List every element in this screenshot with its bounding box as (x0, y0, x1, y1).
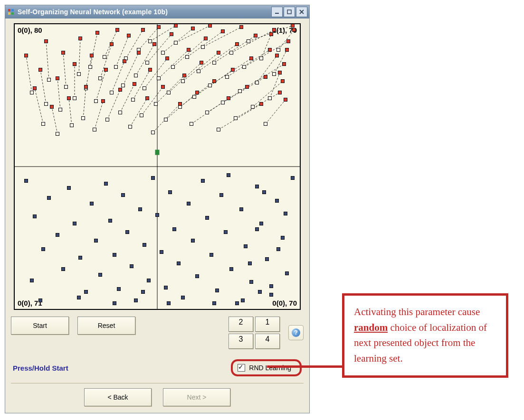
reset-button[interactable]: Reset (77, 317, 135, 335)
svg-rect-175 (221, 30, 225, 33)
svg-rect-82 (89, 65, 92, 69)
callout-box: Activating this parameter cause random c… (342, 293, 508, 378)
svg-rect-224 (160, 251, 163, 254)
svg-rect-214 (117, 288, 121, 291)
svg-rect-108 (174, 41, 178, 45)
svg-rect-125 (243, 65, 246, 69)
svg-rect-171 (204, 37, 208, 40)
svg-rect-158 (149, 68, 152, 72)
svg-rect-148 (105, 68, 108, 72)
svg-rect-245 (260, 222, 263, 225)
svg-rect-4 (275, 13, 279, 14)
svg-rect-90 (119, 111, 122, 114)
titlebar[interactable]: Self-Organizing Neural Network (example … (5, 5, 309, 19)
svg-rect-257 (248, 262, 252, 265)
svg-line-65 (261, 34, 271, 58)
svg-rect-71 (42, 122, 45, 126)
close-button[interactable] (296, 7, 307, 17)
svg-rect-103 (157, 77, 161, 80)
svg-rect-190 (291, 24, 295, 28)
svg-rect-149 (110, 43, 114, 46)
svg-rect-185 (268, 48, 272, 52)
quadrant-btn-3[interactable]: 3 (229, 334, 253, 349)
svg-rect-203 (62, 268, 65, 271)
svg-rect-121 (226, 75, 229, 79)
back-button[interactable]: < Back (84, 388, 152, 406)
svg-rect-84 (95, 100, 98, 103)
svg-rect-205 (73, 222, 76, 225)
svg-rect-263 (213, 302, 216, 305)
svg-rect-268 (155, 150, 159, 155)
svg-rect-141 (67, 97, 71, 100)
svg-rect-166 (183, 74, 186, 77)
window-title: Self-Organizing Neural Network (example … (18, 8, 271, 16)
svg-rect-229 (181, 296, 185, 299)
minimize-button[interactable] (271, 7, 283, 17)
svg-rect-179 (240, 26, 243, 29)
quadrant-btn-1[interactable]: 1 (255, 317, 280, 332)
svg-rect-144 (85, 85, 88, 89)
quadrant-btn-4[interactable]: 4 (255, 334, 280, 349)
svg-rect-142 (73, 63, 76, 66)
svg-rect-70 (30, 91, 34, 94)
svg-rect-73 (48, 78, 51, 82)
svg-rect-226 (169, 191, 172, 194)
svg-rect-212 (109, 219, 112, 223)
svg-line-8 (40, 70, 46, 104)
quadrant-btn-2[interactable]: 2 (229, 317, 253, 332)
callout-text-emph: random (354, 322, 388, 333)
svg-rect-126 (247, 40, 250, 43)
svg-rect-131 (268, 97, 272, 100)
svg-rect-95 (134, 74, 138, 77)
svg-line-7 (35, 88, 43, 124)
svg-rect-202 (56, 233, 59, 237)
svg-rect-246 (266, 258, 269, 261)
svg-rect-72 (45, 103, 48, 106)
svg-rect-161 (162, 85, 165, 89)
svg-rect-241 (240, 208, 243, 211)
svg-line-53 (210, 58, 251, 85)
svg-rect-154 (133, 83, 136, 86)
svg-rect-75 (59, 108, 62, 112)
svg-rect-256 (256, 228, 259, 231)
svg-line-20 (96, 70, 106, 101)
help-button[interactable]: ? (288, 325, 304, 340)
svg-rect-250 (286, 272, 289, 275)
svg-rect-1 (11, 9, 14, 11)
start-button[interactable]: Start (11, 317, 69, 335)
svg-rect-230 (187, 202, 191, 205)
svg-rect-113 (193, 95, 196, 99)
svg-rect-186 (273, 28, 276, 32)
svg-rect-204 (67, 187, 71, 190)
svg-rect-194 (284, 98, 287, 102)
svg-rect-237 (220, 194, 223, 197)
svg-rect-76 (65, 85, 68, 89)
rnd-learning-box: RND Learning (231, 359, 302, 376)
svg-rect-80 (82, 117, 85, 120)
svg-rect-182 (254, 34, 257, 37)
rnd-learning-checkbox[interactable] (238, 364, 245, 372)
svg-line-24 (112, 61, 124, 93)
svg-rect-231 (191, 239, 195, 243)
svg-rect-254 (270, 285, 273, 288)
svg-rect-146 (96, 31, 99, 35)
svg-rect-110 (181, 80, 185, 83)
next-button[interactable]: Next > (163, 388, 230, 406)
svg-rect-198 (25, 179, 28, 183)
svg-line-59 (236, 93, 280, 118)
callout-text-pre: Activating this parameter cause (354, 306, 480, 317)
svg-rect-236 (216, 289, 219, 292)
svg-rect-239 (230, 268, 233, 271)
svg-rect-2 (8, 12, 10, 15)
svg-rect-217 (130, 265, 133, 268)
svg-rect-207 (85, 290, 88, 294)
svg-rect-213 (113, 253, 116, 257)
svg-rect-232 (196, 275, 199, 278)
svg-rect-133 (277, 48, 280, 52)
svg-rect-199 (33, 215, 37, 218)
svg-rect-234 (206, 216, 209, 220)
svg-line-16 (83, 87, 86, 118)
svg-rect-111 (186, 56, 189, 59)
svg-rect-79 (77, 73, 81, 76)
maximize-button[interactable] (284, 7, 295, 17)
